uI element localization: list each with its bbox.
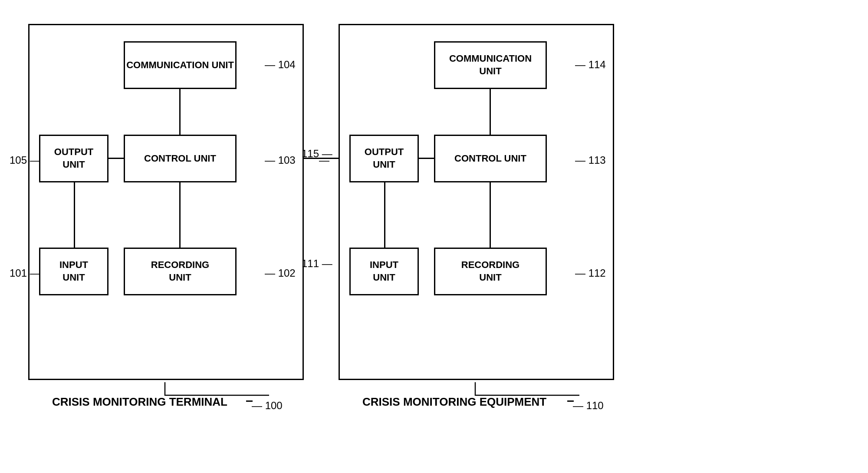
left-control-unit: CONTROL UNIT <box>124 135 237 182</box>
left-communication-unit-label: COMMUNICATION UNIT <box>126 59 234 72</box>
left-output-unit-label: OUTPUTUNIT <box>54 146 93 171</box>
ref-112: — 112 <box>575 267 606 279</box>
left-input-unit: INPUTUNIT <box>39 248 108 295</box>
ref-103: — 103 <box>265 154 296 166</box>
ref-104: — 104 <box>265 59 296 71</box>
ref-102: — 102 <box>265 267 296 279</box>
ref-111: 111 — <box>302 258 332 270</box>
right-comm-ctrl-line <box>490 89 491 136</box>
left-bracket <box>26 378 308 404</box>
right-communication-unit: COMMUNICATIONUNIT <box>434 41 547 89</box>
left-recording-unit-label: RECORDINGUNIT <box>151 259 209 284</box>
right-ctrl-out-line <box>419 158 435 159</box>
left-out-inp-v-line <box>74 182 75 248</box>
left-ctrl-out-line <box>108 158 125 159</box>
right-recording-unit: RECORDINGUNIT <box>434 248 547 295</box>
left-recording-unit: RECORDINGUNIT <box>124 248 237 295</box>
right-bracket <box>336 378 618 404</box>
right-recording-unit-label: RECORDINGUNIT <box>461 259 519 284</box>
right-output-unit: OUTPUTUNIT <box>349 135 419 182</box>
ref-114: — 114 <box>575 59 606 71</box>
right-input-unit-label: INPUTUNIT <box>370 259 398 284</box>
left-comm-ctrl-line <box>179 89 181 136</box>
right-output-unit-label: OUTPUTUNIT <box>365 146 404 171</box>
diagram: COMMUNICATION UNIT CONTROL UNIT OUTPUTUN… <box>0 0 868 473</box>
left-input-unit-label: INPUTUNIT <box>59 259 88 284</box>
ref-101: 101 — <box>10 267 40 279</box>
right-control-unit-label: CONTROL UNIT <box>454 152 526 165</box>
right-input-unit: INPUTUNIT <box>349 248 419 295</box>
left-communication-unit: COMMUNICATION UNIT <box>124 41 237 89</box>
left-control-unit-label: CONTROL UNIT <box>144 152 216 165</box>
right-out-inp-v-line <box>384 182 385 248</box>
ref-right-output: — <box>319 154 329 166</box>
left-output-unit: OUTPUTUNIT <box>39 135 108 182</box>
ref-113: — 113 <box>575 154 606 166</box>
left-out-inp-h-line <box>74 248 75 249</box>
right-communication-unit-label: COMMUNICATIONUNIT <box>449 53 532 77</box>
ref-105: 105 — <box>10 154 40 166</box>
right-ctrl-rec-line <box>490 182 491 248</box>
left-ctrl-rec-line <box>179 182 181 248</box>
right-control-unit: CONTROL UNIT <box>434 135 547 182</box>
